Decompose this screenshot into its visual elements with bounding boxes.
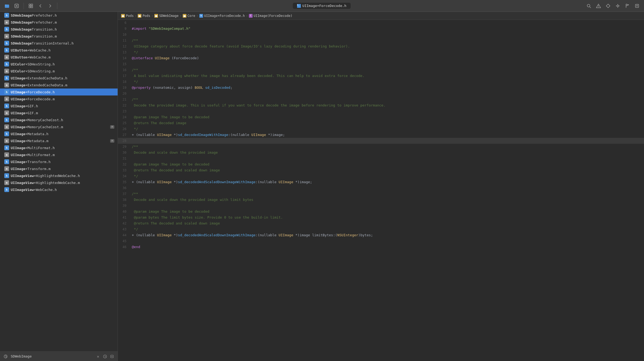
line-number: 44: [118, 232, 131, 238]
file-item[interactable]: hUIImage+ForceDecode.h: [0, 89, 118, 95]
note-toolbar-icon[interactable]: [633, 2, 641, 10]
code-line: 11/**: [118, 38, 644, 43]
line-content: */: [131, 49, 644, 55]
line-content: + (nullable UIImage *)sd_decodedAndScale…: [131, 179, 644, 185]
file-item[interactable]: mUIImage+Transform.m: [0, 165, 118, 172]
file-item[interactable]: mSDWebImageTransition.m: [0, 33, 118, 40]
breadcrumb-item-1[interactable]: Pods: [138, 14, 150, 18]
file-item[interactable]: hUIImage+MemoryCacheCost.h: [0, 116, 118, 123]
stop-toolbar-icon[interactable]: [13, 2, 20, 10]
file-item[interactable]: mUIButton+WebCache.m: [0, 54, 118, 61]
file-item[interactable]: mUIImage+ForceDecode.m: [0, 95, 118, 102]
active-file-tab[interactable]: h UIImage+ForceDecode.h: [293, 3, 351, 9]
file-item[interactable]: hSDWebImageTransitionInternal.h: [0, 40, 118, 47]
svg-line-26: [105, 356, 106, 357]
line-content: @interface UIImage (ForceDecode): [131, 55, 644, 61]
code-line: 26 */: [118, 126, 644, 132]
svg-rect-8: [31, 6, 33, 8]
clear-icon[interactable]: ✕: [95, 353, 101, 359]
line-number: 43: [118, 226, 131, 232]
svg-rect-35: [155, 15, 156, 16]
breadcrumb-bar: Pods›Pods›SDWebImage›Core›hUIImage+Force…: [118, 12, 644, 20]
file-item[interactable]: hSDWebImagePrefetcher.h: [0, 12, 118, 19]
line-content: /**: [131, 67, 644, 73]
file-h-icon: h: [4, 104, 9, 108]
warning-toolbar-icon[interactable]: [595, 2, 602, 10]
tools-toolbar-icon[interactable]: [614, 2, 621, 10]
line-number: 12: [118, 43, 131, 49]
code-editor[interactable]: 6 9#import "SDWebImageCompat.h"10 11/**1…: [118, 20, 644, 361]
file-item[interactable]: hUIImageView+HighlightedWebCache.h: [0, 172, 118, 179]
line-number: 11: [118, 38, 131, 43]
breadcrumb-item-3[interactable]: Core: [183, 14, 195, 18]
file-item[interactable]: mUIImage+GIF.m: [0, 109, 118, 116]
file-h-icon: h: [4, 187, 9, 192]
file-item[interactable]: hUIImageView+WebCache.h: [0, 186, 118, 193]
code-line: 33 @return The decoded and scaled down i…: [118, 167, 644, 173]
breadcrumb-separator: ›: [180, 14, 182, 18]
breadcrumb-label: UIImage(ForceDecode): [254, 14, 293, 18]
flag-toolbar-icon[interactable]: [624, 2, 631, 10]
line-number: 30: [118, 150, 131, 156]
file-item[interactable]: mUIImage+Metadata.mM: [0, 137, 118, 144]
file-name: SDWebImageTransition.m: [11, 34, 57, 38]
file-badge: M: [110, 139, 114, 143]
nav-forward-button[interactable]: [46, 2, 54, 10]
svg-rect-7: [29, 6, 31, 8]
line-number: 22: [118, 102, 131, 108]
code-line: 15: [118, 61, 644, 67]
file-list[interactable]: hSDWebImagePrefetcher.hmSDWebImagePrefet…: [0, 12, 118, 351]
file-item[interactable]: hUIImage+MultiFormat.h: [0, 144, 118, 151]
svg-point-13: [598, 7, 599, 7]
file-h-icon: h: [4, 27, 9, 32]
breadcrumb-item-0[interactable]: Pods: [121, 14, 134, 18]
diamond-toolbar-icon[interactable]: [604, 2, 612, 10]
code-line: 27+ (nullable UIImage *)sd_decodedImageW…: [118, 132, 644, 138]
breadcrumb-item-5[interactable]: CUIImage(ForceDecode): [249, 14, 293, 18]
file-item[interactable]: hUIColor+SDHexString.h: [0, 61, 118, 68]
file-item[interactable]: hUIImage+Metadata.h: [0, 130, 118, 137]
source-control-icon[interactable]: [3, 353, 9, 359]
clock-icon[interactable]: [102, 353, 108, 359]
line-content: @property (nonatomic, assign) BOOL sd_is…: [131, 85, 644, 91]
code-line: 14@interface UIImage (ForceDecode): [118, 55, 644, 61]
file-item[interactable]: mSDWebImagePrefetcher.m: [0, 19, 118, 26]
breadcrumb-item-2[interactable]: SDWebImage: [154, 14, 178, 18]
line-number: 42: [118, 220, 131, 226]
line-number: 40: [118, 209, 131, 215]
line-content: Decode and scale down the provided image: [131, 150, 644, 156]
file-item[interactable]: mUIImage+MultiFormat.m: [0, 151, 118, 158]
file-item[interactable]: hUIImage+ExtendedCacheData.h: [0, 75, 118, 82]
line-content: [131, 61, 644, 67]
line-content: Decode the provided image. This is usefu…: [131, 102, 644, 108]
file-item[interactable]: hSDWebImageTransition.h: [0, 26, 118, 33]
line-number: 26: [118, 126, 131, 132]
file-h-icon: h: [4, 41, 9, 46]
nav-back-button[interactable]: [37, 2, 44, 10]
line-content: @param image The image to be decoded: [131, 114, 644, 120]
breadcrumb-item-4[interactable]: hUIImage+ForceDecode.h: [199, 14, 245, 18]
file-item[interactable]: mUIImage+MemoryCacheCost.mM: [0, 123, 118, 130]
search-toolbar-icon[interactable]: [585, 2, 593, 10]
line-content: /**: [131, 144, 644, 150]
file-item[interactable]: mUIImage+ExtendedCacheData.m: [0, 82, 118, 89]
file-item[interactable]: hUIButton+WebCache.h: [0, 47, 118, 54]
expand-icon[interactable]: [109, 353, 115, 359]
file-name: UIImage+Metadata.m: [11, 139, 48, 143]
main-layout: hSDWebImagePrefetcher.hmSDWebImagePrefet…: [0, 12, 644, 361]
folder-toolbar-icon[interactable]: [3, 2, 11, 10]
breadcrumb-label: SDWebImage: [159, 14, 178, 18]
file-item[interactable]: mUIColor+SDHexString.m: [0, 68, 118, 75]
file-name: UIImageView+WebCache.h: [11, 188, 57, 192]
code-line: 18 */: [118, 79, 644, 85]
file-name: UIButton+WebCache.h: [11, 48, 51, 52]
sidebar-project-name: SDWebImage: [11, 354, 93, 358]
file-item[interactable]: mUIImageView+HighlightedWebCache.m: [0, 179, 118, 186]
file-item[interactable]: hUIImage+GIF.h: [0, 102, 118, 109]
breadcrumb-label: UIImage+ForceDecode.h: [204, 14, 245, 18]
file-m-icon: m: [4, 110, 9, 115]
grid-toolbar-icon[interactable]: [27, 2, 35, 10]
code-line: 17 A bool value indicating whether the i…: [118, 73, 644, 79]
code-line: 28: [118, 138, 644, 144]
file-item[interactable]: hUIImage+Transform.h: [0, 158, 118, 165]
